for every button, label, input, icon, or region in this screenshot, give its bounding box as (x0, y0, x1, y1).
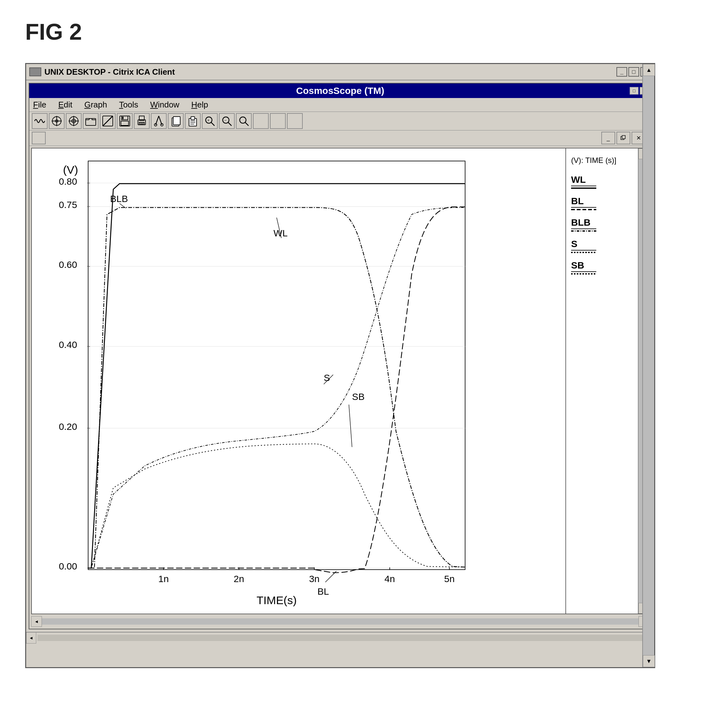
svg-text:−: − (224, 118, 226, 123)
legend-line-sb (571, 273, 596, 275)
svg-text:2n: 2n (234, 574, 244, 584)
svg-rect-29 (191, 116, 195, 120)
cosmos-title: CosmosScope (TM) (296, 85, 384, 96)
outer-title-bar: UNIX DESKTOP - Citrix ICA Client _ □ ✕ (26, 64, 654, 80)
svg-line-40 (245, 122, 248, 126)
bottom-scrollbar: ◄ ► (31, 616, 649, 627)
minimize-button[interactable]: _ (616, 67, 627, 76)
outer-bottom-bar: ◄ ► (26, 632, 654, 643)
svg-point-8 (73, 121, 74, 122)
horizontal-scroll-track (42, 618, 638, 625)
legend-label-s: S (571, 238, 596, 250)
svg-text:WL: WL (273, 228, 288, 238)
subtoolbar-box[interactable] (32, 132, 45, 144)
legend-line-bl (571, 209, 596, 210)
toolbar-open[interactable] (83, 113, 98, 129)
svg-text:+: + (207, 118, 210, 123)
legend-item-wl: WL (571, 174, 633, 189)
cosmos-window: CosmosScope (TM) □ □ File Edit Graph Too… (29, 83, 652, 629)
toolbar-search-1[interactable]: + (202, 113, 218, 129)
toolbar: + − (29, 112, 651, 131)
svg-rect-42 (622, 135, 625, 139)
menu-graph[interactable]: Graph (83, 99, 109, 110)
restore-button[interactable]: □ (628, 67, 639, 76)
menu-edit[interactable]: Edit (57, 99, 74, 110)
toolbar-cut[interactable] (151, 113, 167, 129)
toolbar-box-1[interactable] (253, 113, 269, 129)
svg-text:TIME(s): TIME(s) (257, 594, 297, 607)
outer-right-scrollbar: ▲ ▼ (642, 64, 654, 667)
svg-text:0.75: 0.75 (59, 200, 77, 210)
subwin-restore[interactable] (616, 132, 630, 144)
legend-item-blb: BLB (571, 217, 633, 232)
menu-file[interactable]: File (32, 99, 48, 110)
svg-line-78 (326, 571, 336, 582)
menu-tools[interactable]: Tools (118, 99, 139, 110)
svg-rect-16 (122, 116, 123, 119)
subtoolbar: _ ✕ (29, 131, 651, 146)
svg-text:0.80: 0.80 (59, 176, 77, 187)
cosmos-minimize[interactable]: □ (630, 87, 638, 94)
scroll-left-arrow[interactable]: ◄ (31, 616, 42, 627)
main-content: (V) 0.80 0.75 0.60 0.40 0.20 (31, 148, 649, 614)
svg-text:0.00: 0.00 (59, 561, 77, 571)
toolbar-arrow[interactable] (100, 113, 116, 129)
menubar: File Edit Graph Tools Window Help (29, 98, 651, 112)
toolbar-crosshair-1[interactable] (49, 113, 65, 129)
outer-scroll-track (643, 76, 654, 655)
toolbar-paste[interactable] (185, 113, 201, 129)
svg-rect-43 (88, 161, 465, 569)
svg-text:BLB: BLB (110, 194, 128, 204)
figure-label: FIG 2 (25, 19, 82, 45)
outer-title-text: UNIX DESKTOP - Citrix ICA Client (44, 67, 616, 77)
outer-scroll-left[interactable]: ◄ (26, 632, 36, 644)
legend-label-bl: BL (571, 196, 596, 208)
svg-line-34 (211, 122, 214, 126)
legend-label-sb: SB (571, 260, 596, 272)
legend-title: (V): TIME (s)] (571, 156, 633, 165)
svg-text:4n: 4n (384, 574, 395, 584)
toolbar-search-3[interactable] (236, 113, 252, 129)
outer-scroll-up[interactable]: ▲ (643, 64, 655, 76)
subwin-minimize[interactable]: _ (601, 132, 615, 144)
svg-text:0.60: 0.60 (59, 259, 77, 270)
toolbar-copy[interactable] (168, 113, 183, 129)
window-icon (29, 68, 41, 76)
chart-svg: (V) 0.80 0.75 0.60 0.40 0.20 (32, 149, 565, 613)
legend-label-wl: WL (571, 174, 596, 186)
outer-window: UNIX DESKTOP - Citrix ICA Client _ □ ✕ C… (25, 63, 655, 668)
svg-line-37 (228, 122, 232, 126)
toolbar-waveform[interactable] (32, 113, 48, 129)
toolbar-save[interactable] (117, 113, 133, 129)
svg-text:SB: SB (352, 391, 365, 402)
legend-item-s: S (571, 238, 633, 253)
svg-text:5n: 5n (444, 574, 455, 584)
legend-area: (V): TIME (s)] WL BL BLB S (565, 149, 638, 613)
legend-line-blb (571, 230, 596, 232)
graph-container: (V) 0.80 0.75 0.60 0.40 0.20 (32, 149, 565, 613)
svg-text:1n: 1n (158, 574, 169, 584)
toolbar-box-2[interactable] (270, 113, 286, 129)
legend-item-sb: SB (571, 260, 633, 275)
svg-rect-19 (139, 122, 144, 125)
toolbar-search-2[interactable]: − (219, 113, 235, 129)
toolbar-print[interactable] (134, 113, 150, 129)
toolbar-box-3[interactable] (287, 113, 303, 129)
legend-label-blb: BLB (571, 217, 596, 229)
y-axis-label: (V) (63, 163, 78, 176)
legend-line-s (571, 252, 596, 253)
svg-text:BL: BL (317, 586, 329, 597)
outer-horizontal-track (38, 635, 643, 641)
svg-text:3n: 3n (309, 574, 320, 584)
legend-item-bl: BL (571, 196, 633, 210)
menu-window[interactable]: Window (149, 99, 180, 110)
subtoolbar-right: _ ✕ (601, 132, 645, 144)
svg-rect-15 (121, 121, 129, 125)
svg-rect-27 (173, 116, 180, 125)
menu-help[interactable]: Help (190, 99, 209, 110)
svg-text:0.40: 0.40 (59, 340, 77, 350)
toolbar-crosshair-2[interactable] (66, 113, 82, 129)
subtoolbar-left (32, 132, 45, 144)
outer-scroll-down[interactable]: ▼ (643, 655, 655, 667)
svg-text:0.20: 0.20 (59, 421, 77, 432)
